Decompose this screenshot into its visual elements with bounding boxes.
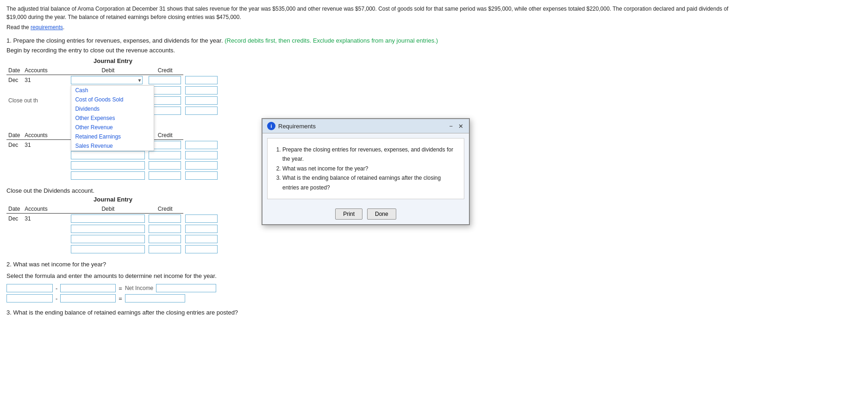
net-income-label: Net Income — [125, 285, 153, 291]
question1-header: 1. Prepare the closing entries for reven… — [6, 37, 862, 44]
print-button[interactable]: Print — [335, 208, 362, 220]
credit-input-d2[interactable] — [185, 225, 218, 233]
credit-input-e1[interactable] — [185, 141, 218, 149]
debit-input-e2[interactable] — [149, 151, 181, 159]
dropdown-item-retained-earnings[interactable]: Retained Earnings — [71, 132, 154, 141]
question3-header: 3. What is the ending balance of retaine… — [6, 309, 862, 316]
accounts-input-e2[interactable] — [71, 151, 145, 159]
journal-table-revenue: Date Accounts Debit Credit Dec 31 ▼ Cash… — [6, 66, 219, 116]
journal-section-revenue: Journal Entry Date Accounts Debit Credit… — [6, 57, 219, 116]
journal-title-1: Journal Entry — [6, 57, 219, 64]
header-credit: Credit — [147, 66, 183, 75]
dropdown-item-sales-revenue[interactable]: Sales Revenue — [71, 141, 154, 151]
minus-sign-2: - — [56, 295, 57, 302]
header-accounts-3: Accounts — [23, 205, 69, 214]
accounts-dropdown-wrapper[interactable]: ▼ Cash Cost of Goods Sold Dividends Othe… — [71, 76, 143, 84]
net-income-section: - = Net Income - = — [6, 284, 219, 302]
requirements-list: Prepare the closing entries for revenues… — [282, 145, 456, 192]
debit-input-1[interactable] — [149, 76, 181, 84]
header-accounts-2: Accounts — [23, 131, 69, 140]
accounts-input-e4[interactable] — [71, 171, 145, 180]
accounts-dropdown-input[interactable] — [71, 76, 143, 84]
table-row — [6, 224, 219, 234]
modal-controls: − ✕ — [448, 123, 464, 129]
table-row: Dec 31 ▼ Cash Cost of Goods Sold Dividen… — [6, 75, 219, 86]
requirements-link[interactable]: requirements — [31, 24, 63, 31]
dec-label-2: Dec — [6, 140, 23, 151]
journal-table-dividends: Date Accounts Debit Credit Dec 31 — [6, 205, 219, 254]
read-requirements-line: Read the requirements. — [6, 24, 862, 31]
dec-label-3: Dec — [6, 214, 23, 224]
dropdown-item-dividends[interactable]: Dividends — [71, 104, 154, 113]
question2-sub: Select the formula and enter the amounts… — [6, 272, 862, 279]
debit-input-d4[interactable] — [149, 245, 181, 253]
intro-text: The adjusted trial balance of Aroma Corp… — [6, 5, 729, 21]
modal-header-left: i Requirements — [267, 122, 316, 130]
header-debit: Debit — [69, 66, 147, 75]
table-row — [6, 160, 219, 170]
equals-sign-2: = — [119, 295, 122, 302]
header-date: Date — [6, 66, 23, 75]
info-icon: i — [267, 122, 275, 130]
table-row — [6, 244, 219, 254]
journal-section-dividends: Journal Entry Date Accounts Debit Credit… — [6, 196, 219, 254]
modal-footer: Print Done — [262, 204, 469, 224]
formula-input-b1[interactable] — [60, 284, 116, 292]
dropdown-item-cash[interactable]: Cash — [71, 86, 154, 95]
modal-close-button[interactable]: ✕ — [457, 123, 464, 129]
table-row — [6, 234, 219, 244]
net-income-result[interactable] — [156, 284, 216, 292]
credit-input-1[interactable] — [185, 76, 218, 84]
debit-input-d2[interactable] — [149, 225, 181, 233]
header-credit-3: Credit — [147, 205, 183, 214]
formula-row-2: - = — [6, 294, 219, 302]
dropdown-menu: Cash Cost of Goods Sold Dividends Other … — [71, 85, 154, 151]
minus-sign-1: - — [56, 285, 57, 292]
credit-input-e4[interactable] — [185, 171, 218, 180]
requirement-item-1: Prepare the closing entries for revenues… — [282, 145, 456, 164]
formula-result-2[interactable] — [125, 294, 185, 302]
equals-sign-1: = — [119, 285, 122, 292]
header-date-3: Date — [6, 205, 23, 214]
credit-input-d1[interactable] — [185, 214, 218, 223]
debit-input-d1[interactable] — [149, 214, 181, 223]
credit-input-r2[interactable] — [185, 86, 218, 95]
date-dec: Dec — [6, 75, 23, 86]
table-row — [6, 170, 219, 181]
modal-header: i Requirements − ✕ — [262, 119, 469, 133]
debit-cell-1 — [147, 75, 183, 86]
dropdown-item-other-revenue[interactable]: Other Revenue — [71, 123, 154, 132]
credit-input-d3[interactable] — [185, 235, 218, 243]
accounts-input-d1[interactable] — [71, 214, 145, 223]
formula-input-a2[interactable] — [6, 294, 53, 302]
debit-input-d3[interactable] — [149, 235, 181, 243]
header-accounts: Accounts — [23, 66, 69, 75]
credit-cell-1 — [183, 75, 219, 86]
dropdown-item-cogs[interactable]: Cost of Goods Sold — [71, 95, 154, 104]
debit-input-e3[interactable] — [149, 161, 181, 170]
formula-row-1: - = Net Income — [6, 284, 219, 292]
accounts-input-d4[interactable] — [71, 245, 145, 253]
accounts-dropdown-cell: ▼ Cash Cost of Goods Sold Dividends Othe… — [69, 75, 147, 86]
table-row: Dec 31 — [6, 214, 219, 224]
requirement-item-2: What was net income for the year? — [282, 164, 456, 173]
formula-input-b2[interactable] — [60, 294, 116, 302]
credit-input-e3[interactable] — [185, 161, 218, 170]
journal-title-3: Journal Entry — [6, 196, 219, 203]
table-row — [6, 150, 219, 160]
debit-input-e4[interactable] — [149, 171, 181, 180]
accounts-input-d3[interactable] — [71, 235, 145, 243]
credit-input-d4[interactable] — [185, 245, 218, 253]
modal-title: Requirements — [278, 123, 316, 130]
credit-input-r3[interactable] — [185, 96, 218, 105]
dropdown-item-other-expenses[interactable]: Other Expenses — [71, 113, 154, 123]
modal-body: Prepare the closing entries for revenues… — [267, 138, 464, 199]
modal-minimize-button[interactable]: − — [448, 123, 454, 129]
accounts-input-e3[interactable] — [71, 161, 145, 170]
credit-input-e2[interactable] — [185, 151, 218, 159]
done-button[interactable]: Done — [367, 208, 396, 220]
date-31: 31 — [23, 75, 69, 86]
formula-input-a1[interactable] — [6, 284, 53, 292]
credit-input-r4[interactable] — [185, 107, 218, 115]
accounts-input-d2[interactable] — [71, 225, 145, 233]
